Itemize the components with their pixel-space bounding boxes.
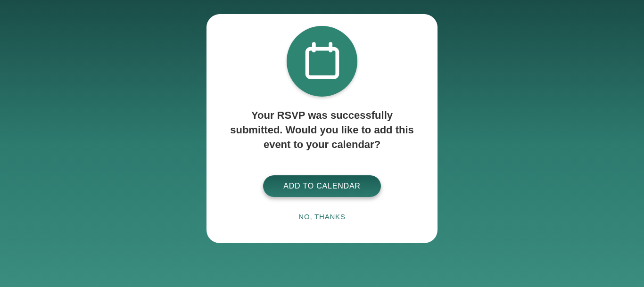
confirmation-message: Your RSVP was successfully submitted. Wo… bbox=[225, 108, 419, 152]
calendar-icon bbox=[302, 41, 342, 82]
rsvp-confirmation-modal: Your RSVP was successfully submitted. Wo… bbox=[206, 14, 438, 243]
add-to-calendar-button[interactable]: ADD TO CALENDAR bbox=[263, 175, 381, 197]
calendar-icon-circle bbox=[287, 26, 357, 97]
no-thanks-button[interactable]: NO, THANKS bbox=[289, 209, 355, 224]
svg-rect-0 bbox=[307, 49, 337, 77]
